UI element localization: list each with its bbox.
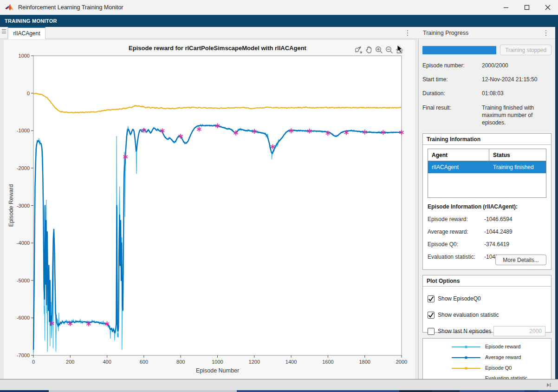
final-result-row: Final result: Training finished with max… [422,104,552,127]
svg-text:1200: 1200 [249,359,260,365]
legend-line-icon [452,343,480,351]
status-strip [0,379,558,390]
svg-text:-1000: -1000 [17,128,30,133]
average-reward-row: Average reward: -1044.2489 [428,229,546,235]
more-details-button[interactable]: More Details... [495,255,546,265]
axes-toolbar [354,46,404,54]
figure-area: 0200400600800100012001400160018002000-70… [4,40,415,379]
average-reward-label: Average reward: [428,229,484,235]
table-empty-space [428,173,546,197]
agent-cell: rlIACAgent [428,161,489,173]
show-last-n-episodes-row: Show last N episodes [428,326,546,336]
show-evaluation-statistic-checkbox[interactable] [428,312,435,319]
plot-options-card: Plot Options Show EpisodeQ0 Show evaluat… [422,275,552,333]
panel-header: Training Progress [419,27,555,39]
ribbon-tab-training-monitor[interactable]: TRAINING MONITOR [0,18,62,24]
show-evaluation-statistic-label: Show evaluation statistic [438,312,499,318]
ribbon-bar: TRAINING MONITOR [0,15,558,27]
pan-hand-icon [364,46,373,54]
agent-column-header: Agent [428,149,489,161]
show-episodeq0-label: Show EpisodeQ0 [438,295,481,302]
svg-text:Episode Reward: Episode Reward [8,184,14,227]
expand-panel-button[interactable] [545,381,552,389]
plot-options-title: Plot Options [423,275,551,287]
show-last-n-episodes-label: Show last N episodes [438,328,491,334]
zoom-out-button[interactable] [385,46,394,54]
svg-text:Episode reward for rlCartPoleS: Episode reward for rlCartPoleSimscapeMod… [129,45,307,52]
svg-text:-4000: -4000 [17,240,30,246]
pan-button[interactable] [364,46,373,54]
svg-text:1000: 1000 [212,359,223,365]
episode-number-row: Episode number: 2000/2000 [422,62,552,69]
legend-label: Episode reward [485,344,520,350]
zoom-in-button[interactable] [375,46,383,54]
average-reward-value: -1044.2489 [484,229,513,235]
training-stopped-button[interactable]: Training stopped [500,45,552,55]
tab-label: rlIACAgent [13,30,40,37]
legend-label: Episode Q0 [485,365,512,372]
episode-reward-row: Episode reward: -1046.6594 [428,216,546,222]
document-tabstrip: rlIACAgent [0,27,419,39]
maximize-icon [524,5,530,10]
status-cell: Training finished [489,161,546,173]
minimize-button[interactable] [495,0,516,15]
close-button[interactable] [537,0,558,15]
svg-text:-5000: -5000 [17,278,30,283]
svg-text:-2000: -2000 [17,165,30,171]
episode-q0-value: -374.6419 [484,241,509,248]
duration-row: Duration: 01:08:03 [422,90,552,97]
export-button[interactable] [354,46,363,54]
progress-bar-fill [422,46,496,54]
svg-text:1600: 1600 [322,359,333,365]
start-time-value: 12-Nov-2024 21:15:50 [482,76,552,83]
svg-text:800: 800 [176,359,185,365]
legend-line-icon [452,354,480,361]
training-information-title: Training Information [423,134,551,145]
close-icon [545,5,551,10]
kebab-icon [545,30,547,36]
zoom-out-icon [385,46,394,54]
duration-value: 01:08:03 [482,90,552,97]
tabstrip-menu-button[interactable] [403,28,412,38]
maximize-button[interactable] [516,0,537,15]
final-result-value: Training finished with maximum number of… [482,104,552,127]
training-plot: 0200400600800100012001400160018002000-70… [4,40,415,379]
show-last-n-episodes-checkbox[interactable] [428,328,435,335]
legend-line-icon [452,365,480,372]
final-result-label: Final result: [422,104,482,127]
last-n-episodes-input[interactable] [493,326,545,336]
duration-label: Duration: [422,90,482,97]
taskbar-sliver [0,390,558,392]
svg-text:2000: 2000 [396,359,407,365]
episode-reward-label: Episode reward: [428,216,484,222]
show-evaluation-statistic-row: Show evaluation statistic [428,310,546,320]
matlab-logo-icon [5,3,14,12]
mouse-cursor [397,45,403,54]
legend-item: Episode reward [452,343,551,351]
kebab-icon [407,30,409,36]
collapsed-panel-edge [555,27,558,392]
start-time-row: Start time: 12-Nov-2024 21:15:50 [422,76,552,83]
episode-q0-label: Episode Q0: [428,241,484,248]
svg-text:1800: 1800 [359,359,370,365]
table-row[interactable]: rlIACAgent Training finished [428,161,546,173]
tab-overflow-handle[interactable] [0,27,8,39]
legend-label: Average reward [485,354,521,361]
episode-q0-row: Episode Q0: -374.6419 [428,241,546,248]
status-column-header: Status [489,149,546,161]
svg-text:1400: 1400 [285,359,297,365]
svg-text:600: 600 [140,359,148,365]
evaluation-statistic-label: Evaluation statistic: [428,254,484,260]
tab-rliacagent[interactable]: rlIACAgent [8,27,45,39]
show-episodeq0-row: Show EpisodeQ0 [428,294,546,304]
table-header-row: Agent Status [428,149,546,161]
zoom-in-icon [375,46,383,54]
document-area: rlIACAgent [0,27,419,379]
svg-text:1000: 1000 [19,53,30,59]
show-episodeq0-checkbox[interactable] [428,295,435,302]
export-icon [354,46,363,54]
panel-menu-button[interactable] [541,28,551,38]
svg-text:-7000: -7000 [17,353,30,358]
legend-item: Average reward [452,354,551,361]
episode-number-value: 2000/2000 [482,62,552,69]
